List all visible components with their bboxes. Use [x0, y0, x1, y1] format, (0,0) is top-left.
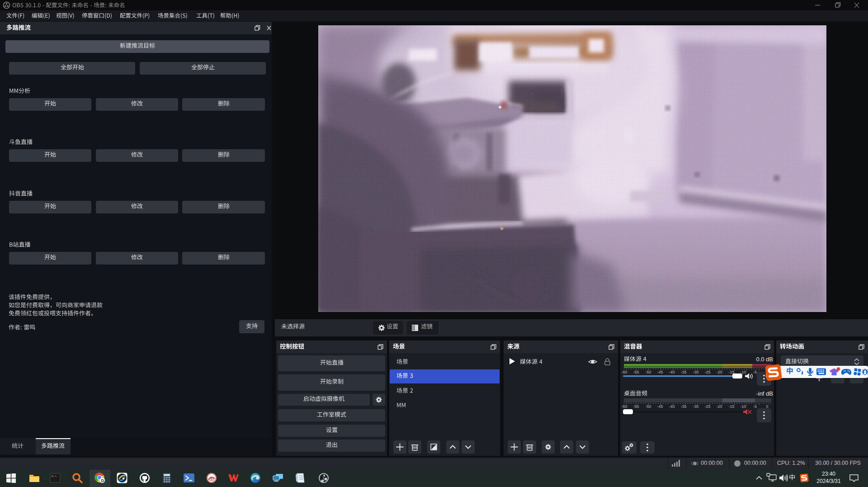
svg-text:C:\: C:\ — [52, 475, 57, 478]
svg-text:D: D — [101, 478, 104, 483]
